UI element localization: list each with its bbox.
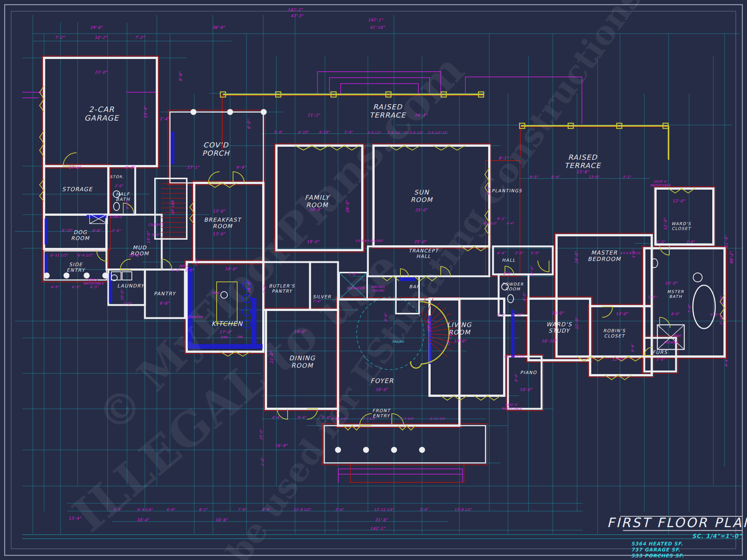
dim-label: 23'-0" (94, 70, 107, 74)
dim-label: 6'-4" (272, 416, 281, 419)
dim-label: 9'-1" (497, 217, 506, 221)
dim-label: 9'-4" (725, 358, 728, 367)
room-label-covd-porch: COV'DPORCH (202, 141, 230, 157)
dim-label: 16'-4" (137, 517, 149, 522)
dim-label: 17'-1" (187, 165, 199, 169)
dim-label: 24'-6" (90, 25, 103, 29)
dim-label: 5'-10" (512, 313, 523, 317)
porch-column (102, 273, 108, 279)
dim-label: 4'-5" (90, 285, 99, 289)
dim-label: 10'-0" (120, 289, 124, 300)
dim-label: 5'-7 1/2" (400, 417, 414, 420)
dim-label: 8'-8" (159, 301, 170, 305)
dim-label: 10" (442, 131, 448, 134)
dim-label: 31'-6" (375, 517, 388, 522)
dim-label: 4'0 X 8'0 CO. (620, 252, 641, 255)
room-label-hall: HALL (502, 258, 516, 263)
dim-label: 3'-10" (719, 314, 723, 325)
porch-column (419, 447, 425, 453)
dim-label: 88'-2" (729, 251, 734, 264)
dim-label: 10'-2" (94, 35, 107, 40)
dim-label: 9'-8" (92, 229, 101, 233)
porch-column (190, 109, 196, 115)
dim-label: 16'-8" (275, 443, 288, 448)
dim-label: 2'-11 1/2" (430, 417, 446, 420)
dim-label: 3'-6 1/2" (427, 131, 441, 134)
dim-label: 12'-4" (530, 266, 534, 277)
room-label-furs: FURS (653, 349, 668, 355)
dim-label: 4'-9" (167, 508, 175, 511)
dim-label: 29'-0" (427, 319, 431, 332)
dim-label: 9'-4" (514, 373, 518, 382)
dim-label: 6'-4 1/2" (77, 253, 93, 257)
dim-label: 3'-6" (656, 358, 665, 361)
dim-label: WATERTABLE (83, 282, 104, 285)
dim-label: 13'-9 1/2" (293, 508, 311, 511)
dim-label: 5'-7 1/2" (362, 417, 376, 420)
room-label-master-bath: MSTERBATH (667, 289, 684, 299)
room-label-stor: STOR. (110, 175, 124, 179)
dim-label: 6'-0" (125, 200, 129, 209)
dim-label: 16'-10" (542, 339, 557, 343)
dim-label: 7'-0" (688, 304, 691, 313)
dim-label: 2'-5" (515, 251, 524, 255)
dim-label: 7'-2" (135, 35, 145, 40)
dim-label: SEAT (673, 334, 682, 337)
dim-label: 25'-0" (415, 208, 428, 212)
dim-label: 25'-0" (414, 239, 427, 244)
dim-label: 4'-4" (497, 251, 506, 255)
dim-label: SHOWER (663, 341, 678, 344)
dim-label: 9'-8" (631, 343, 635, 352)
dim-label: 8'-0" (247, 119, 251, 129)
dim-label: 12'-0" (574, 317, 579, 329)
porch-column (63, 273, 69, 279)
dim-label: 14'-0" (146, 231, 151, 243)
dim-label: 13'-11 1/4" (374, 508, 394, 511)
plan-scale: SC. 1/4"=1'-0" (692, 533, 742, 539)
dim-label: 5'-0" (112, 229, 121, 233)
dim-label: 2'-0" (648, 295, 657, 299)
dim-label: UP 18R (171, 200, 175, 215)
dim-label: 23'-4" (143, 105, 148, 118)
dim-label: DW (237, 335, 243, 339)
dim-label: 9'-8" (178, 71, 183, 81)
dim-label: 3'-1" (623, 175, 631, 179)
dim-label: 13'-9 1/2" (454, 508, 472, 511)
dim-label: 6'-0" (657, 240, 665, 244)
room-label-raised-terrace-right: RAISEDTERRACE (564, 153, 601, 169)
dim-label: 21'-2" (307, 113, 320, 117)
dim-label: 12'-0" (672, 199, 685, 203)
dim-label: 4'-10" (298, 130, 309, 134)
dim-label: 6'-0" (503, 271, 512, 275)
dim-label: 14'-8" (454, 339, 467, 343)
dim-label: 4'-0" (152, 233, 160, 237)
dim-label: 6'-11 1/2" (50, 253, 68, 257)
dim-label: WATERTABLE (650, 184, 671, 187)
dim-label: 10'-0" (259, 429, 263, 440)
room-label-half-bath: HALFBATH (116, 192, 130, 202)
dim-label: 19'-0" (551, 311, 564, 315)
dim-label: 2'-0" (185, 268, 194, 272)
porch-column (391, 447, 397, 453)
dim-label: 7'-0" (195, 258, 199, 267)
room-label-garage: 2-CARGARAGE (84, 105, 120, 122)
dim-label: 4'-4" (506, 222, 514, 225)
dim-label: 41'-10" (370, 25, 385, 29)
dim-label: 13'-0" (213, 209, 225, 213)
dim-label: 7'-2" (55, 35, 65, 40)
room-label-laundry: LAUNDRY (117, 283, 145, 289)
porch-column (363, 447, 369, 453)
floor-plan-drawing: 2-CARGARAGECOV'DPORCHRAISEDTERRACERAISED… (0, 0, 747, 560)
dim-label: 12'-0" (612, 357, 624, 361)
porch-column (261, 109, 267, 115)
area-heated: 5364 HEATED SF. (631, 541, 683, 547)
dim-label: 9'-5" (530, 175, 538, 179)
room-label-robins-closet: ROBIN'SCLOSET (603, 328, 626, 339)
dim-label: 21'-4" (724, 235, 728, 248)
dim-label: 8'-0" (671, 312, 680, 316)
dim-label: 2'-0" (261, 457, 264, 466)
dim-label: 4'-0" (171, 268, 180, 272)
room-label-storage: STORAGE (62, 186, 93, 193)
room-label-wards-closet: WARD'SCLOSET (672, 221, 691, 231)
dim-label: 142'-2" (288, 7, 303, 12)
